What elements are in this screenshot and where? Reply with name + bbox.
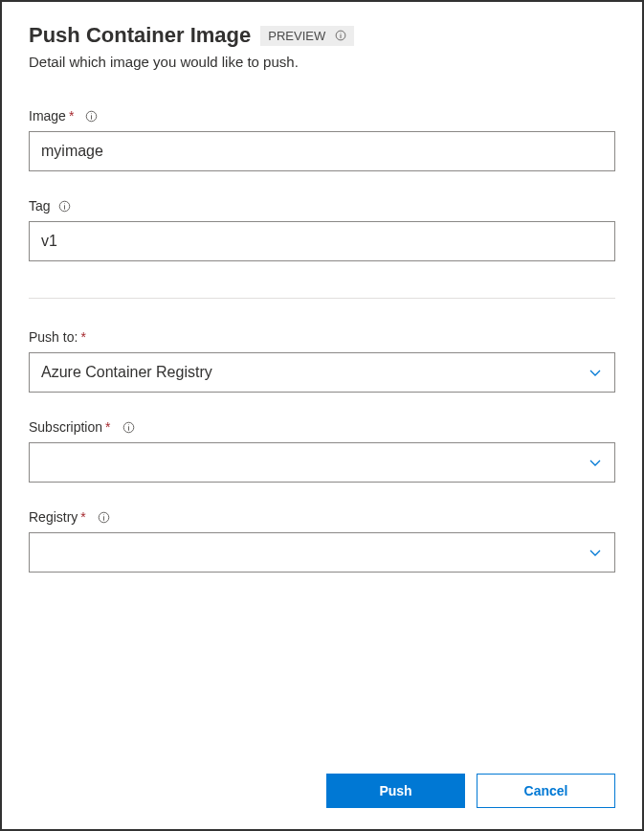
push-button[interactable]: Push: [326, 774, 465, 808]
info-icon: [335, 30, 346, 41]
svg-point-2: [341, 33, 342, 34]
tag-label-row: Tag: [29, 198, 615, 213]
registry-dropdown[interactable]: [29, 532, 615, 573]
panel-title: Push Container Image: [29, 23, 251, 48]
info-icon[interactable]: [98, 511, 110, 524]
footer: Push Cancel: [29, 754, 615, 808]
svg-point-8: [64, 203, 65, 204]
svg-point-14: [103, 514, 104, 515]
image-label: Image: [29, 108, 66, 124]
tag-input[interactable]: [29, 221, 615, 261]
pushto-label-row: Push to: *: [29, 329, 615, 345]
preview-badge: PREVIEW: [260, 26, 354, 46]
required-asterisk: *: [69, 108, 74, 124]
tag-label: Tag: [29, 198, 51, 213]
info-icon[interactable]: [58, 200, 71, 213]
divider: [29, 298, 615, 299]
svg-point-5: [91, 113, 92, 114]
required-asterisk: *: [105, 419, 110, 435]
chevron-down-icon: [588, 365, 603, 380]
subscription-label-row: Subscription *: [29, 419, 615, 435]
subscription-field-group: Subscription *: [29, 419, 615, 483]
required-asterisk: *: [80, 329, 85, 345]
chevron-down-icon: [588, 545, 603, 560]
registry-field-group: Registry *: [29, 509, 615, 573]
tag-field-group: Tag: [29, 198, 615, 261]
info-icon[interactable]: [122, 421, 135, 434]
image-input[interactable]: [29, 131, 615, 171]
svg-point-11: [128, 424, 129, 425]
registry-label-row: Registry *: [29, 509, 615, 525]
panel-header: Push Container Image PREVIEW: [29, 23, 615, 48]
push-container-image-panel: Push Container Image PREVIEW Detail whic…: [0, 0, 644, 831]
preview-badge-label: PREVIEW: [268, 29, 325, 43]
pushto-dropdown[interactable]: Azure Container Registry: [29, 352, 615, 393]
pushto-label: Push to:: [29, 329, 78, 345]
pushto-dropdown-value: Azure Container Registry: [41, 364, 212, 381]
required-asterisk: *: [80, 509, 85, 525]
pushto-field-group: Push to: * Azure Container Registry: [29, 329, 615, 393]
subscription-label: Subscription: [29, 419, 102, 435]
info-icon[interactable]: [85, 110, 98, 123]
image-field-group: Image *: [29, 108, 615, 171]
panel-subtitle: Detail which image you would like to pus…: [29, 54, 615, 70]
cancel-button[interactable]: Cancel: [477, 774, 615, 808]
subscription-dropdown[interactable]: [29, 442, 615, 483]
image-label-row: Image *: [29, 108, 615, 124]
registry-label: Registry: [29, 509, 78, 525]
chevron-down-icon: [588, 455, 603, 470]
